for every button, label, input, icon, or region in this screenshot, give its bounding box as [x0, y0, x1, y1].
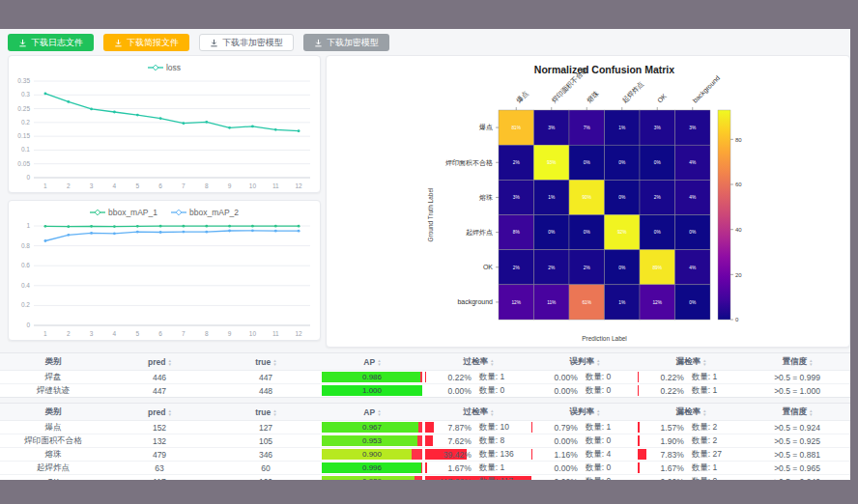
column-label: AP: [363, 407, 375, 417]
svg-text:Ground Truth Label: Ground Truth Label: [427, 187, 434, 242]
column-header-AP[interactable]: AP▴▾: [319, 353, 425, 370]
column-header-pred[interactable]: pred▴▾: [106, 353, 213, 370]
pred-cell: 63: [106, 462, 213, 474]
sort-icon[interactable]: ▴▾: [597, 408, 600, 416]
svg-text:4%: 4%: [689, 195, 697, 200]
svg-text:焊印面积不合格: 焊印面积不合格: [445, 159, 493, 167]
svg-text:81%: 81%: [511, 126, 521, 130]
over-detection-cell: 0.22%数量: 1: [425, 371, 531, 383]
rate-count: 数量: 10: [479, 422, 529, 434]
confidence-cell: >0.5 = 0.924: [744, 421, 850, 434]
svg-text:10: 10: [249, 182, 257, 189]
sort-icon[interactable]: ▴▾: [273, 408, 276, 416]
sort-icon[interactable]: ▴▾: [168, 408, 171, 416]
button-label: 下载加密模型: [327, 37, 379, 49]
svg-text:6: 6: [158, 330, 162, 337]
ap-cell: 0.929: [319, 475, 425, 480]
pred-cell: 117: [106, 475, 213, 480]
download-unencrypted-model-button[interactable]: 下载非加密模型: [199, 34, 294, 51]
column-header-类别: 类别: [0, 353, 106, 370]
table-header-row: 类别pred▴▾true▴▾AP▴▾过检率▴▾误判率▴▾漏检率▴▾置信度▴▾: [0, 353, 850, 371]
true-cell: 447: [213, 371, 319, 383]
svg-text:2%: 2%: [513, 160, 521, 165]
loss-chart-legend: loss: [9, 56, 320, 75]
true-cell: 105: [213, 434, 319, 447]
column-header-置信度[interactable]: 置信度▴▾: [744, 404, 850, 420]
sort-icon[interactable]: ▴▾: [810, 358, 813, 366]
column-header-AP[interactable]: AP▴▾: [319, 404, 425, 420]
rate-count: 数量: 1: [479, 372, 529, 383]
sort-icon[interactable]: ▴▾: [378, 358, 381, 366]
svg-text:0%: 0%: [548, 230, 556, 235]
ap-value: 1.000: [322, 385, 421, 396]
over-detection-cell: 1.67%数量: 1: [425, 462, 531, 474]
class-cell: 焊盘: [0, 371, 106, 383]
svg-text:3: 3: [90, 182, 94, 189]
download-icon: [210, 39, 218, 47]
sort-icon[interactable]: ▴▾: [703, 358, 706, 366]
sort-icon[interactable]: ▴▾: [810, 408, 813, 416]
svg-text:0%: 0%: [618, 160, 626, 165]
sort-icon[interactable]: ▴▾: [491, 358, 494, 366]
download-encrypted-model-button[interactable]: 下载加密模型: [303, 34, 389, 51]
svg-text:0: 0: [26, 322, 30, 328]
confusion-matrix-card: Normalized Confusion Matrix81%3%7%1%3%3%…: [326, 55, 850, 348]
svg-text:11: 11: [272, 330, 279, 337]
svg-text:2: 2: [67, 330, 71, 337]
legend-item-bbox_mAP_2[interactable]: bbox_mAP_2: [171, 208, 239, 217]
column-label: pred: [148, 357, 165, 367]
ap-cell: 0.967: [319, 421, 425, 434]
rate-percent: 7.87%: [429, 423, 472, 433]
svg-text:0.2: 0.2: [21, 301, 30, 308]
download-report-button[interactable]: 下载简报文件: [103, 34, 189, 51]
column-header-pred[interactable]: pred▴▾: [106, 404, 213, 420]
download-icon: [114, 39, 123, 47]
svg-text:5: 5: [135, 182, 139, 189]
legend-item-bbox_mAP_1[interactable]: bbox_mAP_1: [90, 208, 157, 217]
class-cell: 起焊炸点: [0, 462, 106, 474]
svg-text:89%: 89%: [652, 266, 662, 270]
column-header-误判率[interactable]: 误判率▴▾: [531, 404, 638, 420]
table-row: 焊印面积不合格1321050.9537.62%数量: 80.00%数量: 01.…: [0, 434, 850, 448]
metrics-table: 类别pred▴▾true▴▾AP▴▾过检率▴▾误判率▴▾漏检率▴▾置信度▴▾爆点…: [0, 403, 850, 480]
sort-icon[interactable]: ▴▾: [491, 408, 494, 416]
rate-percent: 117.00%: [429, 477, 472, 481]
rate-percent: 0.22%: [642, 386, 684, 396]
rate-count: 数量: 0: [692, 476, 741, 481]
download-log-button[interactable]: 下载日志文件: [8, 34, 94, 51]
svg-text:0.35: 0.35: [17, 77, 30, 84]
column-header-置信度[interactable]: 置信度▴▾: [744, 353, 850, 370]
svg-text:0.05: 0.05: [17, 160, 30, 167]
sort-icon[interactable]: ▴▾: [273, 358, 276, 366]
rate-count: 数量: 27: [692, 449, 741, 461]
legend-item-loss[interactable]: loss: [148, 63, 181, 72]
svg-text:0.15: 0.15: [17, 132, 30, 139]
sort-icon[interactable]: ▴▾: [168, 358, 171, 366]
rate-count: 数量: 117: [479, 476, 529, 481]
rate-percent: 7.83%: [642, 450, 684, 460]
sort-icon[interactable]: ▴▾: [597, 358, 600, 366]
legend-label: bbox_mAP_2: [189, 208, 239, 217]
column-header-漏检率[interactable]: 漏检率▴▾: [638, 353, 744, 370]
table-row: 爆点1521270.9677.87%数量: 100.79%数量: 11.57%数…: [0, 421, 850, 434]
column-label: 类别: [45, 406, 62, 418]
column-header-true[interactable]: true▴▾: [213, 353, 319, 370]
column-header-true[interactable]: true▴▾: [213, 404, 319, 420]
column-label: 类别: [45, 356, 62, 368]
column-header-过检率[interactable]: 过检率▴▾: [425, 353, 531, 370]
svg-text:11: 11: [272, 182, 279, 189]
column-header-过检率[interactable]: 过检率▴▾: [425, 404, 531, 420]
svg-text:background: background: [692, 74, 723, 105]
rate-percent: 1.67%: [429, 463, 472, 473]
svg-text:0.6: 0.6: [21, 262, 30, 268]
svg-text:0%: 0%: [654, 230, 662, 235]
rate-percent: 0.00%: [429, 386, 472, 396]
column-header-漏检率[interactable]: 漏检率▴▾: [638, 404, 744, 420]
table-row: 焊缝轨迹4474481.0000.00%数量: 00.00%数量: 00.22%…: [0, 384, 850, 397]
svg-text:3: 3: [90, 330, 94, 337]
svg-text:7%: 7%: [584, 126, 591, 130]
column-header-误判率[interactable]: 误判率▴▾: [531, 353, 638, 370]
sort-icon[interactable]: ▴▾: [703, 408, 706, 416]
svg-text:0%: 0%: [618, 266, 626, 270]
sort-icon[interactable]: ▴▾: [378, 408, 381, 416]
